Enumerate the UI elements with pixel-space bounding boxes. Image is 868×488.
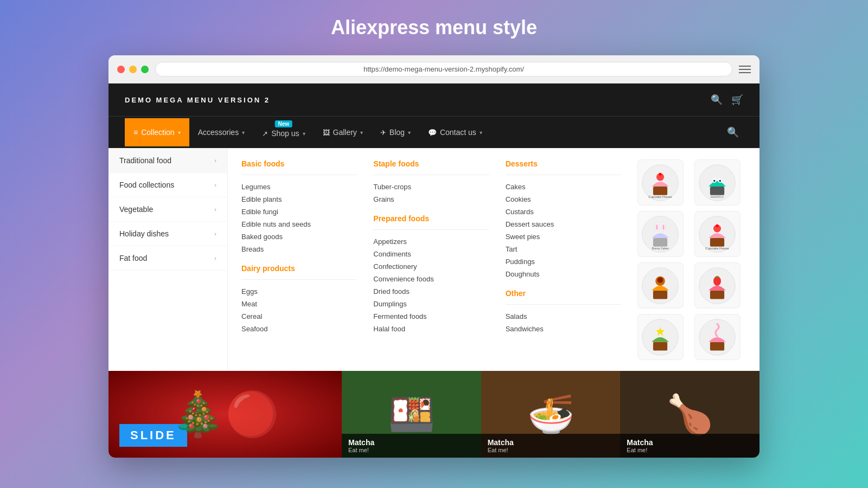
menu-item-gallery[interactable]: 🖼 Gallery ▾ (314, 118, 372, 146)
link-sandwiches[interactable]: Sandwiches (506, 323, 621, 335)
menu-item-shopus[interactable]: New ↗ Shop us ▾ (253, 117, 314, 147)
accessories-label: Accessories (198, 128, 239, 137)
food-caption-3: Matcha Eat me! (620, 434, 760, 458)
food-sub-3: Eat me! (627, 447, 753, 453)
maximize-dot[interactable] (141, 66, 149, 73)
svg-point-22 (716, 224, 719, 227)
menu-column-staple: Staple foods Tuber-crops Grains Prepared… (373, 159, 489, 360)
link-tart[interactable]: Tart (506, 243, 621, 255)
address-bar[interactable]: https://demo-mega-menu-version-2.myshopi… (155, 62, 732, 76)
link-baked-goods[interactable]: Baked goods (241, 230, 357, 243)
sidebar-vegetable-label: Vegetable (119, 205, 153, 214)
cupcake-img-8[interactable] (694, 314, 741, 360)
hamburger-icon[interactable] (739, 66, 751, 73)
link-tuber-crops[interactable]: Tuber-crops (373, 181, 489, 193)
svg-rect-13 (653, 238, 667, 247)
link-cereal[interactable]: Cereal (241, 310, 357, 323)
minimize-dot[interactable] (129, 66, 137, 73)
link-grains[interactable]: Grains (373, 193, 489, 206)
search-nav-icon[interactable]: 🔍 (711, 94, 723, 106)
link-edible-plants[interactable]: Edible plants (241, 193, 357, 206)
menu-item-accessories[interactable]: Accessories ▾ (189, 118, 253, 146)
slide-bg: 🎄🔴 SLIDE (108, 371, 342, 458)
mega-menu-main-content: Basic foods Legumes Edible plants Edible… (228, 149, 760, 371)
slide-area: 🎄🔴 SLIDE (108, 371, 342, 458)
link-cookies[interactable]: Cookies (506, 193, 621, 206)
menu-item-blog[interactable]: ✈ Blog ▾ (372, 118, 419, 146)
col1-divider2 (241, 279, 357, 280)
svg-text:Cupcake House: Cupcake House (706, 246, 730, 250)
link-halal-food[interactable]: Halal food (373, 323, 489, 335)
sidebar-item-fat-food[interactable]: Fat food › (108, 246, 227, 271)
link-convenience-foods[interactable]: Convenience foods (373, 273, 489, 285)
link-edible-nuts[interactable]: Edible nuts and seeds (241, 218, 357, 230)
link-sweet-pies[interactable]: Sweet pies (506, 230, 621, 243)
link-appetizers[interactable]: Appetizers (373, 235, 489, 248)
sidebar-food-collections-label: Food collections (119, 181, 174, 189)
food-title-3: Matcha (627, 438, 753, 447)
svg-rect-6 (710, 187, 724, 195)
cupcake-img-1[interactable]: Cupcake House (637, 159, 684, 206)
cart-nav-icon[interactable]: 🛒 (731, 94, 743, 106)
link-dumplings[interactable]: Dumplings (373, 298, 489, 310)
menu-search-icon[interactable]: 🔍 (723, 117, 743, 148)
svg-point-27 (658, 277, 663, 283)
cupcake-img-6[interactable] (694, 262, 741, 309)
cupcake-img-3[interactable]: Bunny Cakes (637, 211, 684, 257)
gallery-chevron: ▾ (360, 130, 363, 136)
link-condiments[interactable]: Condiments (373, 248, 489, 260)
link-breads[interactable]: Breads (241, 243, 357, 255)
accessories-chevron: ▾ (242, 130, 245, 136)
link-legumes[interactable]: Legumes (241, 181, 357, 193)
sidebar-arrow-3: › (214, 206, 216, 213)
page-title: Aliexpress menu style (331, 16, 537, 39)
mega-menu-sidebar: Traditional food › Food collections › Ve… (108, 149, 228, 371)
food-caption-1: Matcha Eat me! (342, 434, 481, 458)
sidebar-item-vegetable[interactable]: Vegetable › (108, 197, 227, 222)
cupcake-img-5[interactable] (637, 262, 684, 309)
blog-label: Blog (390, 128, 405, 137)
blog-icon: ✈ (380, 129, 386, 137)
gallery-icon: 🖼 (323, 129, 330, 137)
cupcake-img-2[interactable]: GHOSTLY (694, 159, 741, 206)
link-puddings[interactable]: Puddings (506, 255, 621, 268)
link-cakes[interactable]: Cakes (506, 181, 621, 193)
link-fermented-foods[interactable]: Fermented foods (373, 310, 489, 323)
close-dot[interactable] (117, 66, 125, 73)
link-edible-fungi[interactable]: Edible fungi (241, 206, 357, 218)
sidebar-item-traditional-food[interactable]: Traditional food › (108, 149, 227, 173)
svg-point-30 (713, 276, 721, 286)
link-eggs[interactable]: Eggs (241, 285, 357, 298)
link-meat[interactable]: Meat (241, 298, 357, 310)
food-img-3: 🍗 Matcha Eat me! (620, 371, 760, 458)
food-sub-2: Eat me! (488, 447, 614, 453)
browser-dots (117, 66, 149, 73)
nav-icons: 🔍 🛒 (711, 94, 743, 106)
shopus-chevron: ▾ (303, 131, 305, 137)
link-custards[interactable]: Custards (506, 206, 621, 218)
food-images: 🍱 Matcha Eat me! 🍜 Matcha Eat me! 🍗 Matc… (342, 371, 760, 458)
link-dried-foods[interactable]: Dried foods (373, 285, 489, 298)
svg-point-17 (663, 224, 665, 230)
svg-text:Bunny Cakes: Bunny Cakes (652, 247, 669, 250)
link-doughnuts[interactable]: Doughnuts (506, 268, 621, 280)
sidebar-item-food-collections[interactable]: Food collections › (108, 173, 227, 197)
menu-item-contact[interactable]: 💬 Contact us ▾ (419, 118, 491, 146)
mega-menu-dropdown: Traditional food › Food collections › Ve… (108, 148, 760, 371)
link-seafood[interactable]: Seafood (241, 323, 357, 335)
svg-point-3 (659, 172, 662, 175)
svg-point-10 (719, 179, 722, 182)
cupcake-img-7[interactable] (637, 314, 684, 360)
link-salads[interactable]: Salads (506, 310, 621, 323)
cupcake-img-4[interactable]: Cupcake House (694, 211, 741, 257)
menu-item-collection[interactable]: ≡ Collection ▾ (125, 118, 189, 146)
link-dessert-sauces[interactable]: Dessert sauces (506, 218, 621, 230)
food-title-1: Matcha (348, 438, 475, 447)
col2-divider2 (373, 229, 489, 230)
link-confectionery[interactable]: Confectionery (373, 260, 489, 273)
sidebar-holiday-label: Holiday dishes (119, 229, 169, 238)
col1-divider (241, 175, 357, 175)
cupcake-images-column: Cupcake House GHOSTLY (637, 159, 746, 360)
food-sub-1: Eat me! (348, 447, 475, 453)
sidebar-item-holiday-dishes[interactable]: Holiday dishes › (108, 222, 227, 246)
